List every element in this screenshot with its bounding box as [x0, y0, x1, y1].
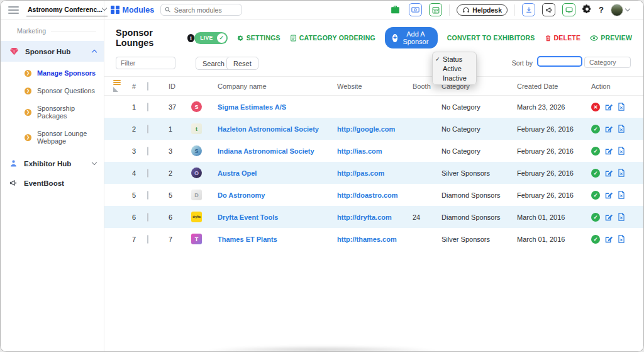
website-link[interactable]: http://ias.com: [337, 147, 413, 155]
category-value: No Category: [441, 147, 517, 155]
add-sponsor-button[interactable]: + Add A Sponsor: [385, 27, 438, 48]
sidebar-item-exhibitor-hub[interactable]: Exhibitor Hub: [1, 154, 104, 173]
company-name-link[interactable]: Indiana Astronomical Society: [218, 147, 337, 155]
event-selector[interactable]: Astronomy Conferenc...: [26, 4, 108, 16]
export-file-icon[interactable]: [618, 147, 625, 155]
website-link[interactable]: http://thames.com: [337, 236, 413, 243]
status-toggle-icon[interactable]: ✓: [591, 235, 600, 244]
bullet-arrow-icon: ❯: [25, 70, 31, 77]
table-body: 1 37 S Sigma Estimates A/S No Category M…: [104, 96, 643, 250]
info-icon[interactable]: i: [187, 34, 194, 42]
row-checkbox[interactable]: [147, 103, 148, 111]
company-name-link[interactable]: Hazleton Astronomical Society: [218, 125, 337, 133]
category-input[interactable]: [584, 57, 631, 68]
settings-gear-icon[interactable]: [582, 4, 592, 15]
company-name-link[interactable]: Austra Opel: [218, 169, 337, 177]
live-toggle[interactable]: LIVE ✓: [194, 32, 228, 44]
calendar-icon[interactable]: [429, 3, 442, 16]
website-link[interactable]: http://google.com: [337, 125, 413, 133]
edit-icon[interactable]: [604, 147, 613, 156]
app-window: Astronomy Conferenc... Modules: [0, 0, 644, 352]
export-file-icon[interactable]: [618, 169, 625, 177]
sort-select[interactable]: [537, 56, 582, 67]
payments-icon[interactable]: [409, 3, 422, 16]
search-input[interactable]: [174, 6, 238, 14]
status-toggle-icon[interactable]: ✕: [591, 103, 600, 111]
status-toggle-icon[interactable]: ✓: [591, 147, 600, 156]
website-link[interactable]: http://doastro.com: [337, 191, 413, 199]
created-date: March 01, 2016: [517, 213, 591, 221]
help-icon[interactable]: ?: [599, 5, 604, 14]
company-name-link[interactable]: Dryfta Event Tools: [218, 213, 337, 221]
row-number: 2: [132, 125, 147, 133]
topbar: Astronomy Conferenc... Modules: [1, 1, 643, 20]
delete-button[interactable]: DELETE: [545, 34, 581, 42]
sponsor-logo: S: [191, 101, 202, 112]
website-link[interactable]: http://pas.com: [337, 169, 413, 177]
avatar: [611, 4, 623, 16]
company-name-link[interactable]: Thames ET Plants: [218, 236, 337, 243]
edit-icon[interactable]: [604, 125, 613, 133]
filter-input[interactable]: [116, 57, 175, 69]
preview-button[interactable]: PREVIEW: [590, 34, 632, 42]
edit-icon[interactable]: [604, 235, 613, 244]
export-file-icon[interactable]: [618, 191, 625, 199]
website-link[interactable]: http://dryfta.com: [337, 213, 413, 221]
table-row: 1 37 S Sigma Estimates A/S No Category M…: [104, 96, 643, 118]
reset-button[interactable]: Reset: [226, 57, 258, 70]
sidebar-subitem[interactable]: ❯ Sponsor Questions: [1, 82, 104, 99]
export-file-icon[interactable]: [618, 235, 625, 243]
install-app-icon[interactable]: [522, 3, 535, 16]
sort-order-icon[interactable]: [113, 80, 121, 92]
sidebar-subitem[interactable]: ❯ Manage Sponsors: [1, 64, 104, 82]
row-number: 5: [132, 191, 147, 199]
edit-icon[interactable]: [604, 191, 613, 200]
sort-option-active[interactable]: Active: [433, 64, 476, 73]
modules-grid-icon: [111, 6, 119, 14]
export-file-icon[interactable]: [618, 213, 625, 221]
col-created: Created Date: [517, 82, 591, 90]
row-checkbox[interactable]: [147, 213, 148, 222]
helpdesk-button[interactable]: Helpdesk: [457, 4, 508, 16]
export-file-icon[interactable]: [618, 125, 625, 133]
edit-icon[interactable]: [604, 103, 613, 111]
edit-icon[interactable]: [604, 213, 613, 222]
export-file-icon[interactable]: [618, 103, 625, 111]
user-menu[interactable]: [611, 4, 630, 16]
event-selector-label: Astronomy Conferenc...: [28, 6, 103, 13]
company-name-link[interactable]: Do Astronomy: [218, 191, 337, 199]
edit-icon[interactable]: [604, 169, 613, 178]
sidebar-item-sponsor-hub[interactable]: Sponsor Hub: [1, 41, 104, 62]
status-toggle-icon[interactable]: ✓: [591, 213, 600, 222]
company-name-link[interactable]: Sigma Estimates A/S: [218, 103, 337, 111]
sidebar-item-eventboost[interactable]: EventBoost: [1, 173, 104, 193]
status-toggle-icon[interactable]: ✓: [591, 125, 600, 133]
settings-button[interactable]: SETTINGS: [237, 34, 280, 42]
row-checkbox[interactable]: [147, 125, 148, 133]
header-actions: LIVE ✓ SETTINGS CATEGORY ORDERING + Add …: [194, 27, 632, 48]
sort-option-inactive[interactable]: Inactive: [433, 73, 476, 82]
sidebar-subitem[interactable]: ❯ Sponsor Lounge Webpage: [1, 125, 104, 150]
display-icon[interactable]: [562, 3, 575, 16]
sort-option-status[interactable]: ✓Status: [433, 54, 476, 64]
modules-button[interactable]: Modules: [111, 6, 154, 14]
announcements-icon[interactable]: [542, 3, 555, 16]
row-checkbox[interactable]: [147, 147, 148, 156]
table-row: 4 2 O Austra Opel http://pas.com Silver …: [104, 162, 643, 184]
briefcase-icon[interactable]: [389, 3, 402, 16]
row-checkbox[interactable]: [147, 235, 148, 244]
row-checkbox[interactable]: [147, 169, 148, 178]
hamburger-menu-icon[interactable]: [7, 5, 20, 15]
sidebar-subitem[interactable]: ❯ Sponsorship Packages: [1, 99, 104, 125]
category-ordering-button[interactable]: CATEGORY ORDERING: [290, 34, 375, 42]
status-toggle-icon[interactable]: ✓: [591, 169, 600, 178]
row-number: 1: [132, 103, 147, 111]
convert-to-exhibitors-button[interactable]: CONVERT TO EXHIBITORS: [447, 34, 535, 42]
row-checkbox[interactable]: [147, 191, 148, 200]
status-toggle-icon[interactable]: ✓: [591, 191, 600, 200]
sponsor-id: 7: [169, 236, 191, 243]
select-all-checkbox[interactable]: [147, 82, 148, 91]
topbar-icons: Helpdesk ?: [389, 3, 637, 16]
row-number: 4: [132, 169, 147, 177]
filter-row: Search Reset Sort by: [104, 54, 643, 76]
